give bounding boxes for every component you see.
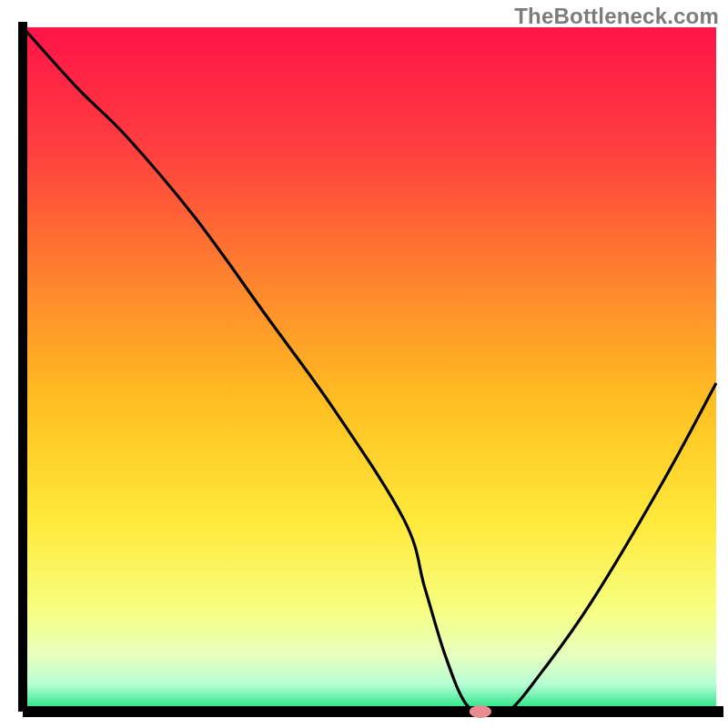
plot-background <box>23 27 716 712</box>
chart-container: TheBottleneck.com <box>0 0 728 728</box>
watermark-text: TheBottleneck.com <box>514 4 719 29</box>
optimum-marker <box>470 705 491 718</box>
bottleneck-chart <box>0 0 728 728</box>
